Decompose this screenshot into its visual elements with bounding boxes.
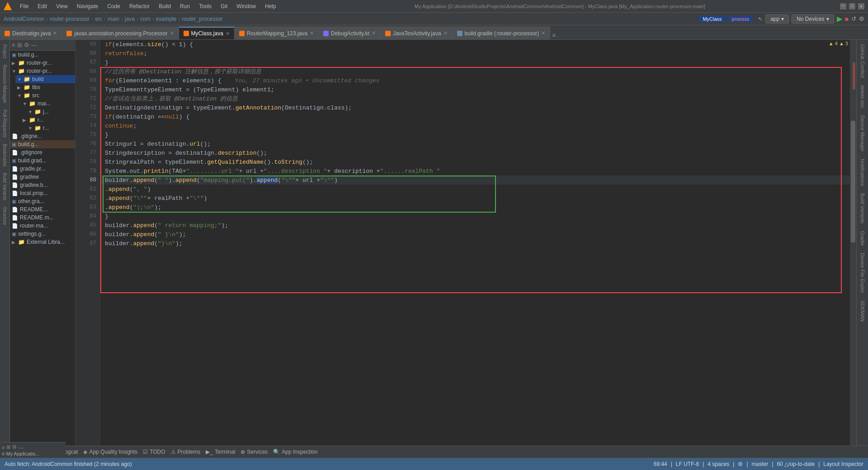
tree-item-src[interactable]: ▼ 📁 src [15,91,75,100]
menu-refactor[interactable]: Refactor [126,2,153,10]
maximize-button[interactable]: □ [849,3,855,9]
code-line-84[interactable]: } [100,212,850,221]
tree-item-j[interactable]: ▼ 📁 j... [26,108,75,116]
minimize-button[interactable]: ─ [840,3,846,9]
tree-item-mai[interactable]: ▼ 📁 mai... [21,100,75,108]
tree-item-othergra[interactable]: ▣ other.gra... [10,197,75,205]
tree-item-router-pr[interactable]: ▼ 📁 router-pr... [10,67,75,75]
code-editor[interactable]: ▲ 4 ▲ 3 if (elements.size() < 1) { retur… [100,40,850,446]
breadcrumb-router-processor-pkg[interactable]: router_processor [182,16,223,22]
run-button[interactable]: ▶ [837,14,842,23]
code-line-70[interactable]: TypeElement typeElement = (TypeElement) … [100,85,850,94]
code-line-65[interactable]: if (elements.size() < 1) { [100,40,850,49]
tree-item-gradlew[interactable]: 📄 gradlew [10,173,75,181]
tab-close-icon[interactable]: ✕ [541,30,545,36]
tree-item-buildg[interactable]: ▣ build.g... [10,51,75,59]
breadcrumb-process[interactable]: process [728,16,753,22]
tab-close-icon[interactable]: ✕ [443,30,448,36]
github-conflict-tool[interactable]: GitHub Conflict [858,42,867,81]
tree-toolbar-settings[interactable]: ⚙ [24,42,29,48]
tab-close-icon[interactable]: ✕ [310,30,314,36]
project-tool-window[interactable]: Project [0,43,9,60]
todo-tool-btn[interactable]: ☑ TODO [143,449,165,455]
code-line-81[interactable]: .append(", ") [100,185,850,194]
tree-item-buildg2[interactable]: ▣ build.g... [10,140,75,148]
tab-close-icon[interactable]: ✕ [226,31,230,37]
layout-inspector-btn[interactable]: Layout Inspector [823,461,863,467]
device-file-tool[interactable]: Device File Explor [858,250,867,296]
tree-toolbar-minimize[interactable]: — [31,42,37,48]
tabs-overflow[interactable]: ≡ [552,32,556,39]
tree-toolbar-btn1[interactable]: ≡ [12,42,15,48]
tree-item-readme2[interactable]: 📄 README.m... [10,214,75,222]
code-line-86[interactable]: builder.append(" }\n"); [100,230,850,239]
tree-item-build[interactable]: ▼ 📁 build [15,75,75,83]
app-selector[interactable]: app ▾ [765,14,789,24]
tree-item-localprop[interactable]: 📄 local.prop... [10,189,75,197]
code-line-85[interactable]: builder.append(" return mapping;"); [100,221,850,230]
code-line-67[interactable]: } [100,58,850,67]
breadcrumb-example[interactable]: example [156,16,176,22]
menu-file[interactable]: File [16,2,32,10]
tab-close-icon[interactable]: ✕ [53,30,57,36]
tab-buildgradle[interactable]: build.gradle (:router-processor) ✕ [453,27,551,39]
tree-item-gitignore1[interactable]: 📄 .gitigne... [10,132,75,140]
tree-item-readme1[interactable]: 📄 README... [10,205,75,214]
code-line-82[interactable]: .append("\"" + realPath + "\"") [100,194,850,203]
code-line-69[interactable]: for (Element element1 : elements) { You,… [100,76,850,85]
settings-icon[interactable]: ⚙ [859,15,864,22]
build-variants-right-tool[interactable]: Build Variants [858,190,867,226]
status-position[interactable]: 69:44 [654,461,667,467]
tree-item-libs[interactable]: ▶ 📁 libs [15,83,75,91]
scrollbar-thumb[interactable] [851,121,855,242]
sdkman-tool[interactable]: SDKMAN [858,298,867,324]
bookmarks-tool[interactable]: Bookmarks [0,142,9,168]
menu-git[interactable]: Git [217,2,231,10]
tree-item-routerma[interactable]: 📄 router-ma... [10,222,75,230]
tree-item-router-gr[interactable]: ▶ 📁 router-gr... [10,59,75,67]
status-encoding[interactable]: LF UTF-8 [676,461,699,467]
code-line-77[interactable]: String description = destinatign.descrip… [100,148,850,157]
code-line-74[interactable]: continue; [100,121,850,130]
tree-item-gitignore2[interactable]: 📄 .gitignore [10,148,75,157]
structure-minimize[interactable]: — [19,445,24,446]
breadcrumb-androidcommon[interactable]: AndroidCommon [4,16,44,22]
tree-item-settingsg[interactable]: ▣ settings.g... [10,230,75,238]
breadcrumb-router-processor[interactable]: router-processor [50,16,90,22]
notifications-tool[interactable]: Notifications [858,156,867,189]
tree-item-r2[interactable]: ▼ 📁 r... [26,124,75,132]
services-tool-btn[interactable]: ⊕ Services [241,449,268,455]
close-button[interactable]: ✕ [858,3,864,9]
tree-item-gradlewb[interactable]: 📄 gradlew.b... [10,181,75,189]
tree-toolbar-btn2[interactable]: ⊞ [17,42,22,48]
resource-manager-tool[interactable]: Resource Manager [0,63,9,105]
status-vcs[interactable]: 60 △/up-to-date [777,461,815,467]
tree-item-buildgrad[interactable]: ▣ build.grad... [10,157,75,165]
menu-build[interactable]: Build [155,2,175,10]
tree-item-extlibs[interactable]: ▶ 📁 External Libra... [10,238,75,246]
tab-debugactivity[interactable]: DebugActivity.kt ✕ [319,27,381,39]
breadcrumb-src[interactable]: src [95,16,102,22]
code-line-72[interactable]: Destinatign destinatign = typeElement.ge… [100,103,850,112]
code-line-71[interactable]: //尝试在当前类上，获取 @Destination 的信息 [100,94,850,103]
stop-button[interactable]: ■ [845,15,849,23]
code-line-68[interactable]: //过历所有 @Destination 注解信息，挨个获取详细信息 [100,67,850,76]
problems-tool-btn[interactable]: ⚠ Problems [171,449,201,455]
menu-tools[interactable]: Tools [195,2,215,10]
code-line-66[interactable]: return false; [100,49,850,58]
terminal-tool-btn[interactable]: ▶_ Terminal [206,449,235,455]
tab-close-icon[interactable]: ✕ [170,30,174,36]
device-manager-tool[interactable]: Device Manager [858,113,867,154]
inspection-tool-btn[interactable]: 🔍 App Inspection [273,449,317,455]
menu-code[interactable]: Code [104,2,124,10]
device-selector[interactable]: No Devices ▾ [792,14,834,24]
code-line-76[interactable]: String url = destinatign.url(); [100,139,850,148]
menu-edit[interactable]: Edit [34,2,51,10]
build-variants-tool[interactable]: Build Variants [0,171,9,202]
tree-item-r[interactable]: ▶ 📁 r... [21,116,75,124]
code-line-87[interactable]: builder.append("}\n"); [100,239,850,248]
code-line-83[interactable]: .append(");\n"); [100,203,850,212]
tab-close-icon[interactable]: ✕ [372,30,376,36]
tab-myclass[interactable]: MyClass.java ✕ [179,27,235,39]
tab-destinatign[interactable]: Destinatign.java ✕ [0,27,62,39]
